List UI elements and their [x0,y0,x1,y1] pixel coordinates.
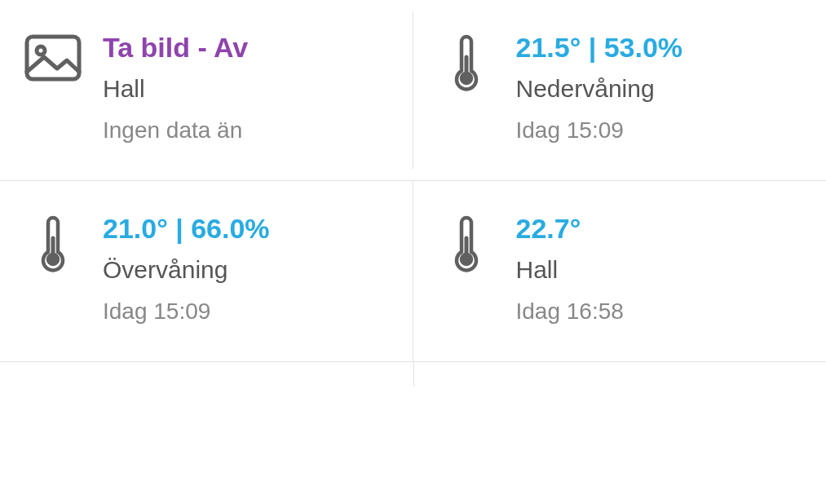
tile-content: Ta bild - Av Hall Ingen data än [103,31,389,146]
tile-meta: Idag 15:09 [103,296,389,327]
tile-content: 21.0° | 66.0% Övervåning Idag 15:09 [103,212,389,327]
thermometer-icon [438,212,495,272]
tile-subtitle: Hall [516,254,802,287]
tile-meta: Ingen data än [103,115,389,146]
svg-rect-0 [27,37,79,79]
thermometer-icon [24,212,82,272]
tile-subtitle: Hall [103,73,389,106]
tile-camera-hall[interactable]: Ta bild - Av Hall Ingen data än [0,0,413,180]
tile-temp-overvaning[interactable]: 21.0° | 66.0% Övervåning Idag 15:09 [0,181,413,361]
thermometer-icon [438,31,495,91]
tile-title: 22.7° [516,212,802,245]
tile-title: Ta bild - Av [103,31,389,64]
tile-temp-hall[interactable]: 22.7° Hall Idag 16:58 [413,181,827,361]
dashboard-grid: Ta bild - Av Hall Ingen data än 21.5° | … [0,0,826,362]
tile-content: 22.7° Hall Idag 16:58 [516,212,802,327]
tile-title: 21.0° | 66.0% [103,212,389,245]
tile-meta: Idag 15:09 [516,115,802,146]
tile-subtitle: Nedervåning [516,73,802,106]
tile-title: 21.5° | 53.0% [516,31,802,64]
vertical-divider [413,362,414,387]
tile-subtitle: Övervåning [103,254,389,287]
tile-content: 21.5° | 53.0% Nedervåning Idag 15:09 [516,31,802,146]
footer-area [0,362,826,387]
image-icon [24,31,82,82]
tile-temp-nedervaning[interactable]: 21.5° | 53.0% Nedervåning Idag 15:09 [413,0,827,180]
tile-meta: Idag 16:58 [516,296,802,327]
svg-point-1 [37,46,45,55]
